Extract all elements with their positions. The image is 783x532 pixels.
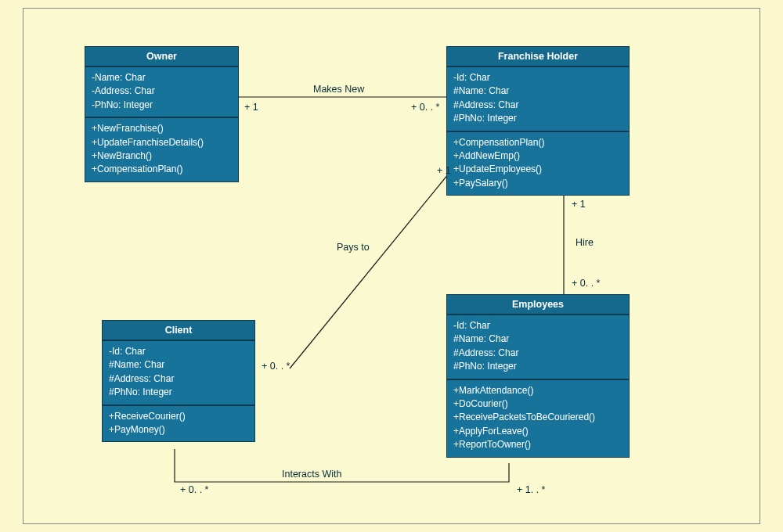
op: +UpdateFranchiseDetails(): [92, 136, 232, 149]
attr: #Name: Char: [109, 358, 248, 372]
op: +DoCourier(): [453, 397, 622, 411]
class-attributes: -Id: Char #Name: Char #Address: Char #Ph…: [103, 341, 254, 406]
class-attributes: -Name: Char -Address: Char -PhNo: Intege…: [85, 67, 238, 118]
op: +UpdateEmployees(): [453, 163, 622, 176]
op: +ReportToOwner(): [453, 438, 622, 451]
assoc-label-pays-to: Pays to: [337, 242, 370, 253]
op: +CompensationPlan(): [92, 163, 232, 176]
op: +NewFranchise(): [92, 122, 232, 135]
attr: -Id: Char: [453, 71, 622, 84]
attr: -Address: Char: [92, 84, 232, 98]
multiplicity: + 0. . *: [262, 361, 290, 372]
multiplicity: + 1: [572, 199, 586, 210]
class-attributes: -Id: Char #Name: Char #Address: Char #Ph…: [447, 67, 629, 132]
svg-line-2: [290, 161, 459, 368]
class-operations: +MarkAttendance() +DoCourier() +ReceiveP…: [447, 380, 629, 457]
assoc-label-interacts: Interacts With: [282, 469, 341, 480]
class-title: Owner: [85, 47, 238, 67]
attr: #PhNo: Integer: [453, 360, 622, 373]
op: +ReceiveCourier(): [109, 410, 248, 423]
multiplicity: + 0. . *: [572, 278, 600, 289]
attr: -Id: Char: [109, 345, 248, 358]
op: +PaySalary(): [453, 177, 622, 190]
attr: #Address: Char: [453, 99, 622, 112]
class-attributes: -Id: Char #Name: Char #Address: Char #Ph…: [447, 315, 629, 380]
class-title: Franchise Holder: [447, 47, 629, 67]
assoc-label-makes-new: Makes New: [313, 84, 364, 95]
multiplicity: + 0. . *: [411, 102, 439, 113]
class-operations: +NewFranchise() +UpdateFranchiseDetails(…: [85, 118, 238, 182]
attr: #Name: Char: [453, 332, 622, 346]
class-franchise-holder[interactable]: Franchise Holder -Id: Char #Name: Char #…: [446, 46, 630, 196]
assoc-label-hire: Hire: [576, 237, 594, 248]
diagram-canvas: Owner -Name: Char -Address: Char -PhNo: …: [23, 8, 760, 524]
attr: -Id: Char: [453, 319, 622, 332]
op: +PayMoney(): [109, 423, 248, 437]
op: +MarkAttendance(): [453, 384, 622, 397]
multiplicity: + 1: [437, 165, 451, 176]
op: +NewBranch(): [92, 149, 232, 163]
attr: #Name: Char: [453, 84, 622, 98]
op: +ReceivePacketsToBeCouriered(): [453, 411, 622, 424]
op: +CompensationPlan(): [453, 136, 622, 149]
class-title: Client: [103, 321, 254, 341]
class-owner[interactable]: Owner -Name: Char -Address: Char -PhNo: …: [85, 46, 239, 182]
class-employees[interactable]: Employees -Id: Char #Name: Char #Address…: [446, 294, 630, 458]
attr: -PhNo: Integer: [92, 99, 232, 112]
attr: #Address: Char: [109, 372, 248, 386]
class-operations: +CompensationPlan() +AddNewEmp() +Update…: [447, 132, 629, 196]
multiplicity: + 1: [244, 102, 258, 113]
class-title: Employees: [447, 295, 629, 315]
attr: #PhNo: Integer: [453, 112, 622, 125]
multiplicity: + 1. . *: [517, 484, 545, 495]
attr: -Name: Char: [92, 71, 232, 84]
multiplicity: + 0. . *: [180, 484, 208, 495]
class-client[interactable]: Client -Id: Char #Name: Char #Address: C…: [102, 320, 255, 442]
op: +ApplyForLeave(): [453, 425, 622, 438]
op: +AddNewEmp(): [453, 149, 622, 163]
attr: #PhNo: Integer: [109, 386, 248, 399]
attr: #Address: Char: [453, 347, 622, 360]
class-operations: +ReceiveCourier() +PayMoney(): [103, 406, 254, 442]
